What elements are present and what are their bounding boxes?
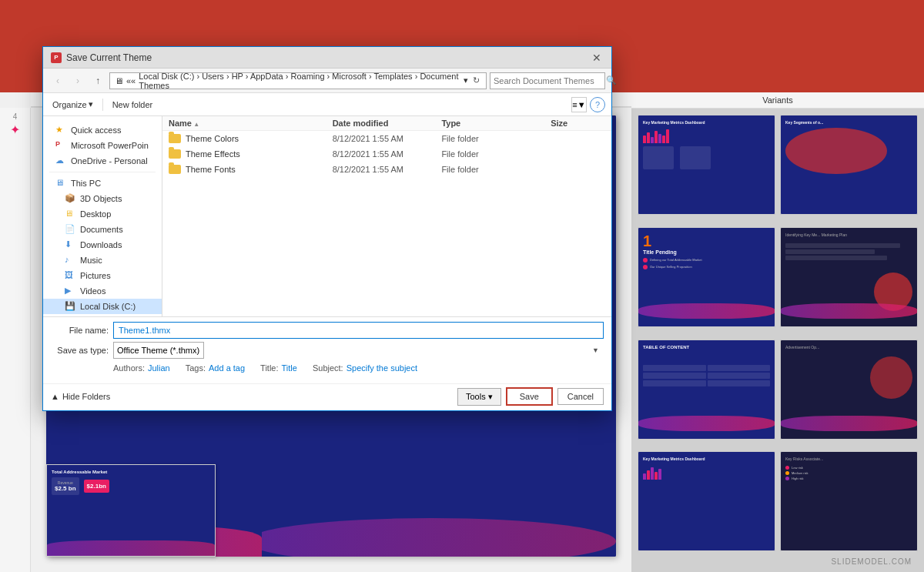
slide-preview-6[interactable]: Advertisement Op... (780, 340, 918, 440)
dialog-sidebar: ★ Quick access P Microsoft PowerPoin ☁ O… (43, 116, 162, 316)
sidebar-item-pictures[interactable]: 🖼 Pictures (43, 268, 162, 283)
view-toggle-button[interactable]: ≡▼ (571, 97, 587, 112)
dialog-titlebar: P Save Current Theme ✕ (43, 47, 611, 69)
tags-value[interactable]: Add a tag (209, 363, 245, 373)
nav-refresh-button[interactable]: ↻ (471, 75, 481, 85)
cancel-button[interactable]: Cancel (557, 388, 604, 405)
nav-forward-button[interactable]: › (69, 72, 86, 89)
music-icon: ♪ (65, 255, 75, 266)
file-date-theme-colors: 8/12/2021 1:55 AM (333, 134, 442, 143)
save-button[interactable]: Save (506, 387, 553, 406)
nav-back-button[interactable]: ‹ (49, 72, 66, 89)
slide-preview-1[interactable]: Key Marketing Metrics Dashboard (638, 115, 775, 215)
save-dialog: P Save Current Theme ✕ ‹ › ↑ 🖥 «« Local … (42, 46, 612, 411)
sidebar-item-desktop[interactable]: 🖥 Desktop (43, 206, 162, 222)
file-type-theme-colors: File folder (441, 134, 551, 143)
folder-icon-theme-colors (169, 134, 181, 143)
hide-folders-button[interactable]: ▲ Hide Folders (51, 392, 110, 401)
toolbar-right: ≡▼ ? (571, 97, 605, 112)
subject-value[interactable]: Specify the subject (346, 363, 417, 373)
filename-input[interactable] (113, 322, 604, 339)
nav-search-box[interactable]: 🔍 (490, 72, 605, 89)
local-disk-icon: 💾 (65, 301, 75, 312)
dialog-content: ★ Quick access P Microsoft PowerPoin ☁ O… (43, 116, 611, 316)
star-icon: ★ (55, 125, 66, 135)
dialog-title-left: P Save Current Theme (51, 52, 152, 63)
authors-value[interactable]: Julian (148, 363, 170, 373)
file-name-theme-fonts: Theme Fonts (186, 165, 236, 174)
title-value[interactable]: Title (282, 363, 297, 373)
new-folder-button[interactable]: New folder (109, 99, 156, 111)
col-header-size[interactable]: Size (551, 119, 605, 128)
tags-label: Tags: (186, 363, 206, 373)
meta-row: Authors: Julian Tags: Add a tag Title: T… (51, 363, 604, 373)
dialog-footer: ▲ Hide Folders Tools ▾ Save Cancel (43, 383, 611, 410)
savetype-select[interactable]: Office Theme (*.thmx) (113, 342, 204, 359)
organize-arrow-icon: ▾ (89, 99, 93, 109)
bottom-slide-preview: Total Addressable Market Revenue $2.5 bn… (46, 464, 216, 557)
folder-icon-theme-effects (169, 149, 181, 159)
col-header-date[interactable]: Date modified (333, 119, 442, 128)
title-item: Title: Title (260, 363, 297, 373)
sidebar-item-local-disk[interactable]: 💾 Local Disk (C:) (43, 299, 162, 314)
organize-button[interactable]: Organize ▾ (49, 98, 96, 111)
tools-button[interactable]: Tools ▾ (457, 388, 501, 406)
authors-label: Authors: (113, 363, 145, 373)
sidebar-item-documents[interactable]: 📄 Documents (43, 222, 162, 237)
authors-item: Authors: Julian (113, 363, 170, 373)
toolbar-separator-1 (102, 99, 103, 111)
subject-label: Subject: (313, 363, 343, 373)
sidebar-item-this-pc[interactable]: 🖥 This PC (43, 176, 162, 191)
search-icon: 🔍 (603, 75, 620, 85)
file-item-theme-fonts[interactable]: Theme Fonts 8/12/2021 1:55 AM File folde… (162, 162, 611, 177)
filelist-header: Name Date modified Type Size (162, 116, 611, 131)
slides-grid: Key Marketing Metrics Dashboard (631, 109, 924, 565)
sidebar-item-downloads[interactable]: ⬇ Downloads (43, 237, 162, 253)
nav-up-button[interactable]: ↑ (89, 72, 106, 89)
file-date-theme-effects: 8/12/2021 1:55 AM (333, 149, 442, 159)
subject-item: Subject: Specify the subject (313, 363, 417, 373)
slide-preview-5[interactable]: TABLE OF CONTENT (638, 340, 775, 440)
col-header-name[interactable]: Name (169, 119, 333, 128)
sidebar-item-powerpoint[interactable]: P Microsoft PowerPoin (43, 138, 162, 153)
col-header-type[interactable]: Type (441, 119, 551, 128)
slide-preview-2[interactable]: Key Segments of o... (780, 115, 918, 215)
sidebar-item-music[interactable]: ♪ Music (43, 253, 162, 268)
nav-breadcrumb[interactable]: 🖥 «« Local Disk (C:) › Users › HP › AppD… (109, 72, 487, 89)
pictures-icon: 🖼 (65, 270, 75, 281)
file-type-theme-fonts: File folder (441, 165, 551, 174)
dialog-nav: ‹ › ↑ 🖥 «« Local Disk (C:) › Users › HP … (43, 69, 611, 93)
file-item-theme-colors[interactable]: Theme Colors 8/12/2021 1:55 AM File fold… (162, 131, 611, 146)
dialog-bottom: File name: Save as type: Office Theme (*… (43, 316, 611, 383)
slide-preview-7[interactable]: Key Marketing Metrics Dashboard (638, 451, 775, 551)
sidebar-item-onedrive[interactable]: ☁ OneDrive - Personal (43, 153, 162, 169)
help-button[interactable]: ? (590, 97, 605, 112)
dialog-close-button[interactable]: ✕ (590, 51, 604, 65)
tools-arrow-icon: ▾ (488, 392, 493, 402)
filename-row: File name: (51, 322, 604, 339)
file-item-theme-effects[interactable]: Theme Effects 8/12/2021 1:55 AM File fol… (162, 146, 611, 162)
sidebar-item-new-volume[interactable]: 💾 New Volume (D:) (43, 314, 162, 316)
dialog-toolbar: Organize ▾ New folder ≡▼ ? (43, 93, 611, 116)
desktop-icon: 🖥 (65, 209, 75, 219)
file-type-theme-effects: File folder (441, 149, 551, 159)
savetype-label: Save as type: (51, 346, 109, 355)
sidebar-item-quick-access[interactable]: ★ Quick access (43, 122, 162, 138)
savetype-row: Save as type: Office Theme (*.thmx) (51, 342, 604, 359)
nav-path-text: Local Disk (C:) › Users › HP › AppData ›… (139, 72, 460, 90)
dialog-filelist: Name Date modified Type Size Theme Color… (162, 116, 611, 316)
sidebar-item-3d-objects[interactable]: 📦 3D Objects (43, 191, 162, 206)
pc-icon: 🖥 (55, 178, 66, 189)
file-date-theme-fonts: 8/12/2021 1:55 AM (333, 165, 442, 174)
slide-preview-3[interactable]: 1 Title Pending Defining our Total Addre… (638, 227, 775, 327)
sidebar-item-videos[interactable]: ▶ Videos (43, 283, 162, 299)
slide-panel: 4 ✦ (0, 108, 31, 572)
slide-preview-8[interactable]: Key Risks Associate... Low risk Medium r… (780, 451, 918, 551)
savetype-wrapper: Office Theme (*.thmx) (113, 342, 604, 359)
slide-preview-4[interactable]: Identifying Key Me... Marketing Plan (780, 227, 918, 327)
nav-path-computer-icon: 🖥 (115, 76, 123, 85)
nav-path-part-1: «« (126, 76, 136, 85)
nav-search-input[interactable] (490, 76, 603, 85)
nav-path-dropdown[interactable]: ▾ (464, 75, 468, 85)
dialog-title-text: Save Current Theme (66, 52, 152, 63)
